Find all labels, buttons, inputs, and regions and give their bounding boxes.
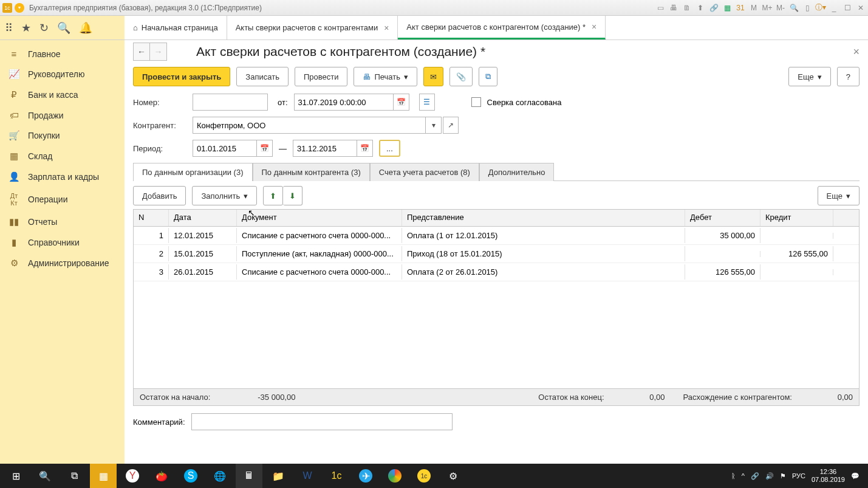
history-icon[interactable]: ↻ [39,21,49,35]
move-down-button[interactable]: ⬇ [283,186,302,205]
taskbar-app[interactable]: ▦ [90,464,117,488]
tray-icon[interactable]: ᚱ [731,472,736,479]
number-input[interactable] [193,94,268,111]
tray-volume-icon[interactable]: 🔊 [765,472,774,480]
nav-forward-button[interactable]: → [150,43,167,61]
col-date[interactable]: Дата [169,210,237,226]
counterparty-input[interactable]: Конфетпром, ООО [193,117,426,134]
help-button[interactable]: ? [837,67,859,86]
taskbar-app[interactable]: 🍅 [148,464,175,488]
upload-icon[interactable]: ⬆ [695,3,705,13]
m-icon[interactable]: M [749,3,759,13]
close-icon[interactable]: × [384,23,389,33]
taskbar-app[interactable]: 📁 [265,464,292,488]
fill-button[interactable]: Заполнить ▾ [192,186,257,205]
taskbar-app[interactable]: 1c [323,464,350,488]
comment-input[interactable] [191,413,453,430]
taskbar-app[interactable]: Y [119,464,146,488]
zoom-icon[interactable]: 🔍 [789,3,799,13]
table-row[interactable]: 1 12.01.2015 Списание с расчетного счета… [134,227,859,245]
tab-accounts[interactable]: Счета учета расчетов (8) [370,163,479,181]
tray-lang[interactable]: РУС [792,472,805,479]
move-up-button[interactable]: ⬆ [263,186,283,205]
structure-button[interactable]: ⧉ [479,67,497,86]
panel-icon[interactable]: ▯ [802,3,812,13]
col-doc[interactable]: Документ [237,210,402,226]
attach-button[interactable]: 📎 [449,67,473,86]
tray-link-icon[interactable]: 🔗 [751,472,759,480]
sidebar-item-sales[interactable]: 🏷Продажи [0,105,125,125]
agreed-checkbox[interactable] [471,97,481,107]
tray-clock[interactable]: 12:36 07.08.2019 [812,468,845,484]
mplus-icon[interactable]: M+ [762,3,772,13]
more-button[interactable]: Еще ▾ [788,67,830,86]
mminus-icon[interactable]: M- [776,3,785,13]
tab-org-data[interactable]: По данным организации (3) [133,163,253,181]
calendar-button[interactable]: 📅 [394,94,409,111]
open-button[interactable]: ↗ [443,117,459,134]
search-button[interactable]: 🔍 [32,464,58,488]
link-icon[interactable]: 🔗 [709,3,719,13]
tab-home[interactable]: ⌂ Начальная страница [125,16,227,40]
app-menu-dropdown[interactable]: ▾ [15,3,24,13]
sidebar-item-manager[interactable]: 📈Руководителю [0,64,125,84]
period-to-input[interactable]: 31.12.2015 [293,140,357,157]
tab-extra[interactable]: Дополнительно [479,163,555,181]
add-button[interactable]: Добавить [133,186,186,205]
tab-counterparty-data[interactable]: По данным контрагента (3) [253,163,370,181]
titlebar-icon[interactable]: ▭ [655,3,665,13]
tray-flag-icon[interactable]: ⚑ [780,472,786,480]
table-row[interactable]: 3 26.01.2015 Списание с расчетного счета… [134,263,859,281]
close-window-icon[interactable]: ✕ [856,3,866,13]
taskbar-app[interactable]: 🖩 [236,464,262,488]
taskbar-app[interactable]: S [177,464,204,488]
sidebar-item-admin[interactable]: ⚙Администрирование [0,253,125,273]
bell-icon[interactable]: 🔔 [79,21,92,35]
print-icon[interactable]: 🖶 [669,3,678,13]
taskbar-app[interactable]: ✈ [352,464,379,488]
taskbar-app[interactable]: 1c [411,464,437,488]
save-button[interactable]: Записать [236,67,289,86]
minimize-icon[interactable]: _ [829,3,839,13]
extra-button[interactable]: ☰ [419,94,435,111]
taskview-button[interactable]: ⧉ [61,464,87,488]
sidebar-item-reports[interactable]: ▮▮Отчеты [0,211,125,232]
tab-acts-list[interactable]: Акты сверки расчетов с контрагентами × [227,16,398,40]
date-icon[interactable]: 31 [736,3,745,13]
post-button[interactable]: Провести [295,67,348,86]
calendar-button[interactable]: 📅 [357,140,373,157]
email-button[interactable]: ✉ [423,67,443,86]
sidebar-item-operations[interactable]: ДтКтОперации [0,187,125,211]
nav-back-button[interactable]: ← [133,43,150,61]
sidebar-item-main[interactable]: ≡Главное [0,44,125,64]
sidebar-item-refs[interactable]: ▮Справочники [0,232,125,253]
period-picker-button[interactable]: ... [379,140,400,157]
favorite-icon[interactable]: ★ [21,21,31,35]
post-and-close-button[interactable]: Провести и закрыть [133,67,230,86]
search-icon[interactable]: 🔍 [57,21,70,35]
sidebar-item-warehouse[interactable]: ▦Склад [0,146,125,167]
period-from-input[interactable]: 01.01.2015 [193,140,257,157]
calendar-icon[interactable]: ▦ [722,3,732,13]
sidebar-item-purchases[interactable]: 🛒Покупки [0,125,125,146]
taskbar-app[interactable]: ⚙ [440,464,466,488]
sidebar-item-hr[interactable]: 👤Зарплата и кадры [0,167,125,187]
doc-icon[interactable]: 🗎 [682,3,692,13]
tray-notifications-icon[interactable]: 💬 [851,472,859,480]
close-icon[interactable]: × [592,22,596,32]
col-deb[interactable]: Дебет [685,210,760,226]
tray-up-icon[interactable]: ^ [742,472,745,479]
info-icon[interactable]: ⓘ▾ [816,3,825,13]
table-row[interactable]: 2 15.01.2015 Поступление (акт, накладная… [134,245,859,263]
start-button[interactable]: ⊞ [2,464,29,488]
col-n[interactable]: N [134,210,169,226]
date-input[interactable]: 31.07.2019 0:00:00 [294,94,394,111]
taskbar-app[interactable]: W [294,464,321,488]
table-more-button[interactable]: Еще ▾ [818,186,859,205]
close-page-button[interactable]: × [853,46,859,58]
col-rep[interactable]: Представление [402,210,685,226]
dropdown-button[interactable]: ▾ [426,117,442,134]
calendar-button[interactable]: 📅 [257,140,273,157]
taskbar-app[interactable]: 🌐 [207,464,233,488]
tab-act-create[interactable]: Акт сверки расчетов с контрагентом (созд… [398,16,606,40]
